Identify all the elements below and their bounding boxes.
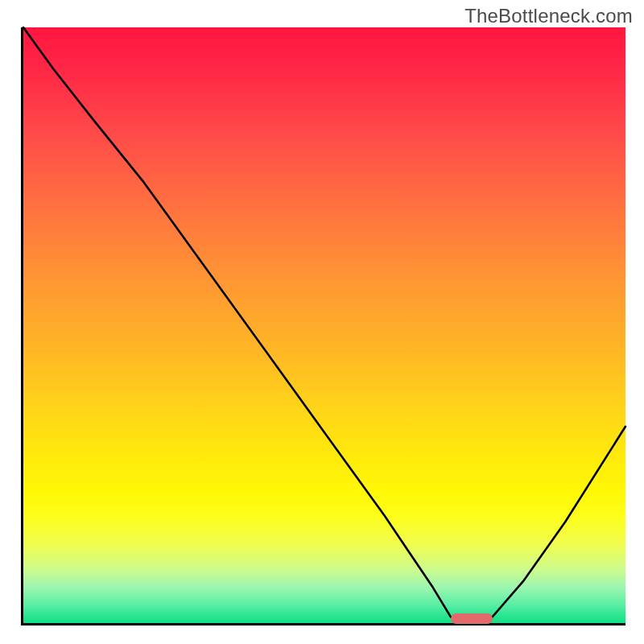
chart-svg [23,27,625,623]
optimum-marker [451,613,493,624]
chart-container: TheBottleneck.com [0,0,644,644]
watermark-text: TheBottleneck.com [464,5,633,27]
bottleneck-curve [23,27,625,623]
plot-area [21,27,625,625]
